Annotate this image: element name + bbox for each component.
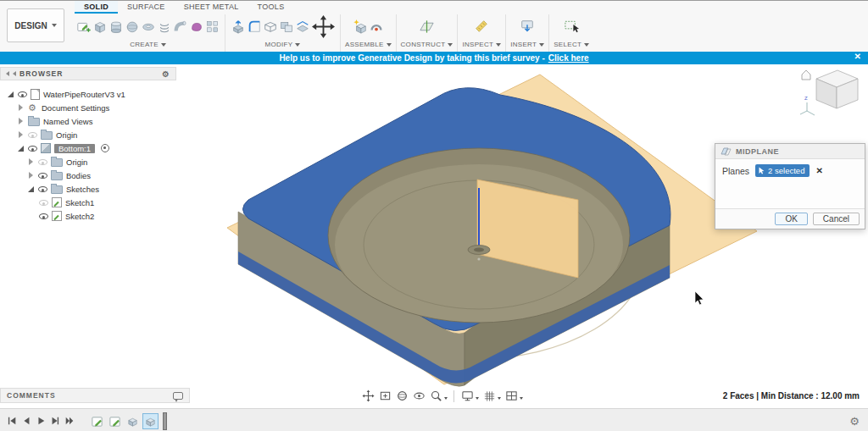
collapsed-icon[interactable] <box>19 131 23 138</box>
display-settings-gear-icon[interactable] <box>162 69 170 79</box>
sketch-feature-icon[interactable] <box>107 413 123 429</box>
press-pull-icon[interactable] <box>230 16 246 36</box>
cylinder-icon[interactable] <box>108 16 124 36</box>
visibility-eye-icon[interactable] <box>38 185 47 193</box>
visibility-eye-icon[interactable] <box>28 144 37 152</box>
create-sketch-icon[interactable] <box>75 16 92 36</box>
tree-item-sketches[interactable]: Sketches <box>0 182 176 196</box>
expanded-icon[interactable] <box>8 91 14 97</box>
insert-icon[interactable] <box>520 16 536 36</box>
step-back-icon[interactable] <box>20 415 32 427</box>
tab-tools[interactable]: TOOLS <box>248 1 294 14</box>
activate-component-radio[interactable] <box>101 144 109 152</box>
free-orbit-icon[interactable] <box>394 389 409 403</box>
extrude-feature-icon[interactable] <box>142 413 159 429</box>
tree-item-root-component[interactable]: WaterPipeRouterV3 v1 <box>0 87 176 101</box>
play-icon[interactable] <box>35 415 47 427</box>
collapse-panel-icon[interactable] <box>13 71 16 76</box>
construct-dropdown[interactable]: CONSTRUCT <box>401 41 453 48</box>
assemble-dropdown[interactable]: ASSEMBLE <box>345 41 392 48</box>
ok-button[interactable]: OK <box>775 213 807 225</box>
tree-item-document-settings[interactable]: Document Settings <box>0 101 176 114</box>
visibility-eye-icon[interactable] <box>18 90 27 98</box>
chevron-down-icon <box>387 43 392 47</box>
collapsed-icon[interactable] <box>19 104 23 111</box>
collapse-panel-icon[interactable] <box>6 71 9 76</box>
chevron-down-icon[interactable] <box>520 397 523 400</box>
view-cube[interactable]: Z <box>800 70 858 115</box>
expanded-icon[interactable] <box>18 146 24 152</box>
expanded-icon[interactable] <box>28 186 34 192</box>
combine-icon[interactable] <box>278 16 294 36</box>
timeline-position-marker[interactable] <box>163 412 167 430</box>
visibility-eye-icon[interactable] <box>39 212 48 220</box>
tree-item-origin[interactable]: Origin <box>0 128 176 141</box>
sketch-feature-icon[interactable] <box>89 413 105 429</box>
construct-plane-icon[interactable] <box>419 16 435 36</box>
document-icon <box>31 89 40 100</box>
pattern-icon[interactable] <box>204 16 220 36</box>
chevron-down-icon <box>52 24 57 27</box>
tree-item-bottom-component[interactable]: Bottom:1 <box>0 141 176 155</box>
comments-panel[interactable]: COMMENTS <box>0 388 190 403</box>
box-icon[interactable] <box>92 16 108 36</box>
visibility-eye-icon[interactable] <box>28 130 37 139</box>
browser-header[interactable]: BROWSER <box>0 67 176 80</box>
insert-dropdown[interactable]: INSERT <box>510 41 544 48</box>
tree-item-sketch2[interactable]: Sketch2 <box>0 209 176 223</box>
tree-item-named-views[interactable]: Named Views <box>0 114 176 128</box>
chevron-down-icon[interactable] <box>444 397 448 400</box>
design-workspace-button[interactable]: DESIGN <box>7 8 64 42</box>
tab-sheet-metal[interactable]: SHEET METAL <box>175 1 248 14</box>
tree-item-sketch1[interactable]: Sketch1 <box>0 196 176 209</box>
cancel-button[interactable]: Cancel <box>813 213 860 225</box>
tab-solid[interactable]: SOLID <box>75 1 118 14</box>
look-at-icon[interactable] <box>411 389 426 403</box>
tree-item-origin-2[interactable]: Origin <box>0 155 176 169</box>
display-settings-icon[interactable] <box>459 389 475 403</box>
visibility-eye-icon[interactable] <box>38 157 47 166</box>
go-to-start-icon[interactable] <box>6 415 18 427</box>
offset-face-icon[interactable] <box>294 16 310 36</box>
measure-icon[interactable] <box>474 16 490 36</box>
viewport[interactable]: Z BROWSER WaterPipeRouterV3 v1 <box>0 64 868 408</box>
extrude-feature-icon[interactable] <box>125 413 141 429</box>
joint-icon[interactable] <box>368 16 384 36</box>
inspect-dropdown[interactable]: INSPECT <box>462 41 501 48</box>
pipe-icon[interactable] <box>172 16 188 36</box>
viewports-icon[interactable] <box>504 389 519 403</box>
step-forward-icon[interactable] <box>49 415 61 427</box>
survey-link[interactable]: Click here <box>548 53 589 63</box>
create-form-icon[interactable] <box>188 16 204 36</box>
sphere-icon[interactable] <box>124 16 140 36</box>
visibility-eye-icon[interactable] <box>39 198 48 207</box>
create-dropdown[interactable]: CREATE <box>130 41 166 48</box>
modify-dropdown[interactable]: MODIFY <box>265 41 301 48</box>
chevron-down-icon[interactable] <box>476 397 479 400</box>
tree-item-bodies[interactable]: Bodies <box>0 169 176 182</box>
selection-badge[interactable]: 2 selected <box>755 164 810 177</box>
visibility-eye-icon[interactable] <box>38 171 47 180</box>
move-icon[interactable] <box>310 16 336 36</box>
collapsed-icon[interactable] <box>19 118 23 124</box>
shell-icon[interactable] <box>262 16 278 36</box>
pan-icon[interactable] <box>360 389 376 403</box>
dialog-header[interactable]: MIDPLANE <box>715 144 865 159</box>
select-icon[interactable] <box>564 16 580 36</box>
coil-icon[interactable] <box>156 16 172 36</box>
fit-icon[interactable] <box>377 389 392 403</box>
go-to-end-icon[interactable] <box>64 415 75 427</box>
collapsed-icon[interactable] <box>29 158 33 165</box>
clear-selection-icon[interactable]: ✕ <box>815 166 822 175</box>
torus-icon[interactable] <box>140 16 156 36</box>
chevron-down-icon[interactable] <box>498 397 501 400</box>
collapsed-icon[interactable] <box>29 172 33 179</box>
select-dropdown[interactable]: SELECT <box>554 41 589 48</box>
fillet-icon[interactable] <box>246 16 262 36</box>
zoom-icon[interactable] <box>428 389 443 403</box>
new-component-icon[interactable] <box>352 16 368 36</box>
banner-close-icon[interactable]: ✕ <box>854 52 861 61</box>
grid-snaps-icon[interactable] <box>481 389 497 403</box>
tab-surface[interactable]: SURFACE <box>118 1 175 14</box>
timeline-settings-gear-icon[interactable] <box>849 413 860 428</box>
